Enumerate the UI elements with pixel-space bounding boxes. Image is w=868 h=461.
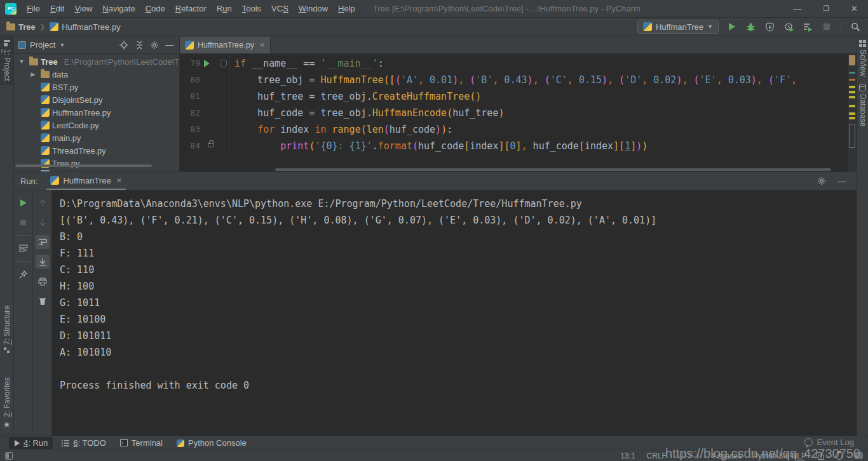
menu-help[interactable]: Help — [333, 4, 360, 13]
console-line-0: D:\ProgramData\Anaconda3\envs\NLP\python… — [60, 196, 857, 212]
project-tree-row-threadtree-py[interactable]: ThreadTree.py — [14, 144, 179, 157]
print-button[interactable] — [36, 274, 50, 288]
close-icon[interactable]: ✕ — [851, 4, 858, 13]
editor-horizontal-scrollbar[interactable] — [275, 168, 831, 171]
coverage-button[interactable] — [763, 20, 776, 33]
menu-refactor[interactable]: Refactor — [170, 4, 212, 13]
project-tree-row-huffmantree-py[interactable]: HuffmanTree.py — [14, 106, 179, 119]
project-tree-row-data[interactable]: ▶data — [14, 68, 179, 81]
clear-console-button[interactable] — [36, 294, 50, 308]
tab-close-icon[interactable]: ✕ — [116, 177, 122, 185]
rerun-button[interactable] — [17, 196, 31, 210]
expand-arrow-icon[interactable]: ▶ — [28, 71, 38, 77]
menu-edit[interactable]: Edit — [45, 4, 69, 13]
toolwindow-button-terminal[interactable]: Terminal — [115, 437, 168, 449]
up-stack-trace-button[interactable] — [36, 196, 50, 210]
run-console-output[interactable]: D:\ProgramData\Anaconda3\envs\NLP\python… — [52, 190, 857, 436]
scroll-mark — [849, 72, 855, 74]
project-tree-row-external-libraries[interactable]: External Libraries — [14, 168, 179, 171]
toolwindow-button-python-console[interactable]: Python Console — [172, 437, 252, 449]
stop-process-button[interactable] — [17, 215, 31, 229]
profiler-button[interactable] — [782, 20, 795, 33]
project-tool-window: Project ▼ — ▼T — [14, 36, 180, 171]
indent-indicator[interactable]: 4 spaces — [711, 451, 742, 460]
soft-wrap-toggle[interactable] — [36, 235, 50, 249]
locate-file-button[interactable] — [118, 39, 130, 51]
menu-file[interactable]: File — [22, 4, 45, 13]
console-line-11: Process finished with exit code 0 — [60, 377, 857, 394]
encoding-indicator[interactable]: UTF-8 — [678, 451, 700, 460]
stop-button[interactable] — [820, 20, 833, 33]
caret-position[interactable]: 13:1 — [620, 451, 635, 460]
code-editor[interactable]: 79if __name__ == '__main__':80 tree_obj … — [180, 54, 857, 171]
breadcrumb-project[interactable]: Tree — [18, 22, 36, 32]
status-bar: 13:1 CRLF UTF-8 4 spaces Python 3.6 NLP … — [0, 450, 868, 461]
toolwindow-toggle-icon[interactable] — [5, 452, 13, 460]
run-line-icon[interactable] — [204, 60, 210, 67]
console-line-8: D: 101011 — [60, 328, 857, 344]
toolwindow-button-4-run[interactable]: 4: Run — [9, 437, 53, 449]
stripe-button-sciview[interactable]: SciView — [857, 36, 868, 80]
tree-item-label: DisjointSet.py — [52, 95, 102, 105]
run-with-configuration-button[interactable] — [801, 20, 814, 33]
scroll-to-end-toggle[interactable] — [36, 255, 50, 269]
window-controls: — ❐ ✕ — [793, 4, 868, 13]
expand-arrow-icon[interactable]: ▼ — [17, 58, 27, 65]
line-ending-indicator[interactable]: CRLF — [647, 451, 667, 460]
interpreter-indicator[interactable]: Python 3.6 NLP — [753, 451, 806, 460]
project-tree-row-leetcode-py[interactable]: LeetCode.py — [14, 119, 179, 131]
line-number: 83 — [180, 121, 203, 138]
editor-scroll-marker-bar[interactable] — [848, 54, 857, 171]
menu-navigate[interactable]: Navigate — [97, 4, 140, 13]
project-tree-row-tree[interactable]: ▼TreeE:\Program\Python\LeetCode\Tr — [14, 55, 179, 68]
scroll-mark — [849, 105, 855, 107]
highlighting-level-icon[interactable] — [836, 452, 843, 460]
restore-layout-button[interactable] — [17, 241, 31, 255]
project-tree-row-main-py[interactable]: main.py — [14, 131, 179, 144]
run-button[interactable] — [725, 20, 738, 33]
console-line-7: E: 10100 — [60, 311, 857, 328]
down-stack-trace-button[interactable] — [36, 215, 50, 229]
menu-code[interactable]: Code — [140, 4, 170, 13]
hide-panel-button[interactable]: — — [164, 39, 175, 51]
folder-icon — [6, 23, 15, 30]
menu-tools[interactable]: Tools — [237, 4, 266, 13]
unlock-icon[interactable] — [818, 455, 824, 460]
menu-view[interactable]: View — [69, 4, 97, 13]
fold-region-icon[interactable] — [220, 60, 227, 67]
menu-vcs[interactable]: VCS — [266, 4, 294, 13]
menu-window[interactable]: Window — [294, 4, 333, 13]
panel-settings-gear-icon[interactable] — [149, 39, 160, 51]
collapse-all-button[interactable] — [133, 39, 145, 51]
hide-run-panel-button[interactable]: — — [836, 175, 848, 187]
project-view-selector[interactable]: Project ▼ — [18, 40, 65, 50]
pin-tab-button[interactable] — [17, 267, 31, 281]
minimize-icon[interactable]: — — [793, 4, 801, 13]
project-horizontal-scrollbar[interactable] — [15, 164, 152, 167]
debug-button[interactable] — [744, 20, 757, 33]
console-line-6: G: 1011 — [60, 295, 857, 311]
editor-tab-label: HuffmanTree.py — [198, 41, 254, 50]
stripe-button-1-project[interactable]: 1: Project — [0, 36, 13, 85]
event-log-button[interactable]: Event Log — [804, 438, 854, 447]
scrollbar-thumb[interactable] — [849, 124, 855, 148]
breadcrumb-file[interactable]: HuffmanTree.py — [62, 22, 121, 32]
stripe-button-7-structure[interactable]: 7: Structure — [3, 302, 11, 357]
notification-badge-icon[interactable]: ? — [855, 452, 863, 459]
toolbar-divider — [17, 261, 30, 262]
stripe-button-database[interactable]: Database — [857, 80, 868, 130]
run-settings-gear-icon[interactable] — [816, 175, 827, 187]
restore-icon[interactable]: ❐ — [823, 4, 829, 13]
search-everywhere-icon[interactable] — [849, 20, 862, 33]
editor-tab-huffmantree[interactable]: HuffmanTree.py ✕ — [180, 37, 271, 53]
run-config-selector[interactable]: HuffmanTree ▼ — [637, 20, 719, 34]
stripe-button-2-favorites[interactable]: 2: Favorites★ — [3, 373, 11, 433]
tree-item-label: data — [52, 70, 68, 79]
project-tree-row-disjointset-py[interactable]: DisjointSet.py — [14, 93, 179, 106]
toolwindow-button-6-todo[interactable]: 6: TODO — [57, 437, 111, 449]
left-tool-stripe: 1: Project 7: Structure2: Favorites★ — [0, 36, 14, 436]
run-tab-huffmantree[interactable]: HuffmanTree ✕ — [46, 172, 125, 190]
tab-close-icon[interactable]: ✕ — [259, 41, 265, 50]
menu-run[interactable]: Run — [212, 4, 237, 13]
project-tree-row-bst-py[interactable]: BST.py — [14, 81, 179, 93]
